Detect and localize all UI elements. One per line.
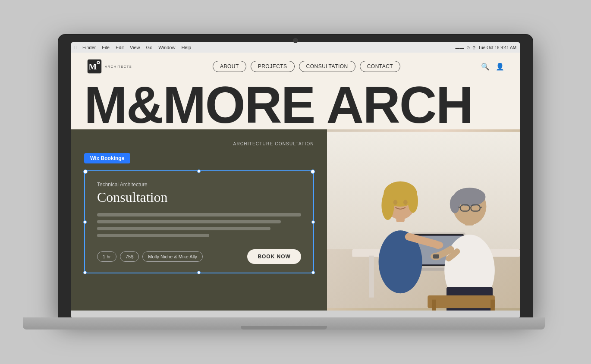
help-menu[interactable]: Help xyxy=(181,45,191,50)
wifi-icon: ⊙ xyxy=(466,45,470,50)
arch-label: ARCHITECTURE CONSULTATION xyxy=(84,141,314,146)
user-nav-icon[interactable]: 👤 xyxy=(496,63,504,71)
datetime-display: Tue Oct 18 9:41 AM xyxy=(478,45,516,50)
view-menu[interactable]: View xyxy=(130,45,140,50)
contact-button[interactable]: CONTACT xyxy=(360,61,400,72)
svg-point-18 xyxy=(381,191,394,220)
wix-bookings-badge[interactable]: Wix Bookings xyxy=(84,153,130,163)
go-menu[interactable]: Go xyxy=(146,45,153,50)
text-line-1 xyxy=(97,213,301,217)
finder-menu[interactable]: Finder xyxy=(82,45,96,50)
svg-point-21 xyxy=(403,200,408,205)
file-menu[interactable]: File xyxy=(102,45,110,50)
search-nav-icon[interactable]: 🔍 xyxy=(481,63,490,71)
text-line-2 xyxy=(97,220,281,223)
apple-menu[interactable]:  xyxy=(75,45,76,50)
search-icon[interactable]: ⚲ xyxy=(472,45,475,50)
keyboard-base xyxy=(23,317,545,329)
hero-heading: M&MORE ARCH xyxy=(84,80,520,129)
screen-bottom xyxy=(71,311,520,317)
handle-mid-right[interactable] xyxy=(311,220,315,224)
handle-top-mid[interactable] xyxy=(197,169,201,173)
duration-tag: 1 hr xyxy=(97,251,116,262)
card-footer: 1 hr 75$ Molly Niche & Mike Ally BOOK NO… xyxy=(97,249,301,264)
svg-rect-38 xyxy=(490,300,495,311)
svg-rect-7 xyxy=(369,256,374,298)
booking-card[interactable]: Technical Architecture Consultation 1 hr xyxy=(84,170,314,273)
right-panel xyxy=(327,129,520,311)
staff-tag: Molly Niche & Mike Ally xyxy=(142,251,203,262)
svg-rect-36 xyxy=(428,295,495,308)
consultation-photo xyxy=(327,129,520,311)
content-section: ARCHITECTURE CONSULTATION Wix Bookings T… xyxy=(71,129,520,311)
consultation-button[interactable]: CONSULTATION xyxy=(299,61,355,72)
window-menu[interactable]: Window xyxy=(158,45,175,50)
menubar-right: ▬▬ ⊙ ⚲ Tue Oct 18 9:41 AM xyxy=(455,45,516,50)
svg-point-3 xyxy=(97,62,99,63)
svg-rect-5 xyxy=(327,132,520,249)
logo-area: M ARCHITECTS xyxy=(87,59,132,74)
card-subtitle: Technical Architecture xyxy=(97,182,301,188)
menubar:  Finder File Edit View Go Window Help ▬… xyxy=(71,42,520,53)
svg-point-28 xyxy=(450,195,460,213)
text-line-3 xyxy=(97,227,270,230)
price-tag: 75$ xyxy=(120,251,139,262)
handle-bottom-left[interactable] xyxy=(83,271,87,274)
book-now-button[interactable]: BOOK NOW xyxy=(247,249,301,264)
people-illustration xyxy=(327,129,520,311)
svg-rect-37 xyxy=(432,300,436,311)
svg-rect-35 xyxy=(433,254,439,259)
svg-text:M: M xyxy=(89,62,97,71)
nav-icons: 🔍 👤 xyxy=(481,63,504,71)
handle-bottom-right[interactable] xyxy=(311,271,315,274)
handle-bottom-mid[interactable] xyxy=(197,271,201,274)
battery-icon: ▬▬ xyxy=(455,45,464,50)
left-panel: ARCHITECTURE CONSULTATION Wix Bookings T… xyxy=(71,129,327,311)
text-line-4 xyxy=(97,234,209,237)
nav-menu: ABOUT PROJECTS CONSULTATION CONTACT xyxy=(213,61,400,72)
hero-section: M&MORE ARCH xyxy=(71,80,520,129)
website: M ARCHITECTS ABOUT PROJECTS CONSULTATION… xyxy=(71,53,520,311)
screen-bezel:  Finder File Edit View Go Window Help ▬… xyxy=(58,35,533,317)
handle-mid-left[interactable] xyxy=(83,220,87,224)
svg-point-22 xyxy=(433,242,443,249)
logo-subtitle: ARCHITECTS xyxy=(105,65,132,69)
card-title: Consultation xyxy=(97,189,301,205)
about-button[interactable]: ABOUT xyxy=(213,61,246,72)
website-screen: M ARCHITECTS ABOUT PROJECTS CONSULTATION… xyxy=(71,53,520,311)
macbook-container:  Finder File Edit View Go Window Help ▬… xyxy=(58,35,533,329)
svg-point-20 xyxy=(393,200,397,205)
text-lines xyxy=(97,213,301,237)
svg-point-19 xyxy=(408,189,418,213)
logo-svg: M xyxy=(87,59,102,74)
edit-menu[interactable]: Edit xyxy=(116,45,124,50)
navigation: M ARCHITECTS ABOUT PROJECTS CONSULTATION… xyxy=(71,53,520,80)
projects-button[interactable]: PROJECTS xyxy=(251,61,295,72)
